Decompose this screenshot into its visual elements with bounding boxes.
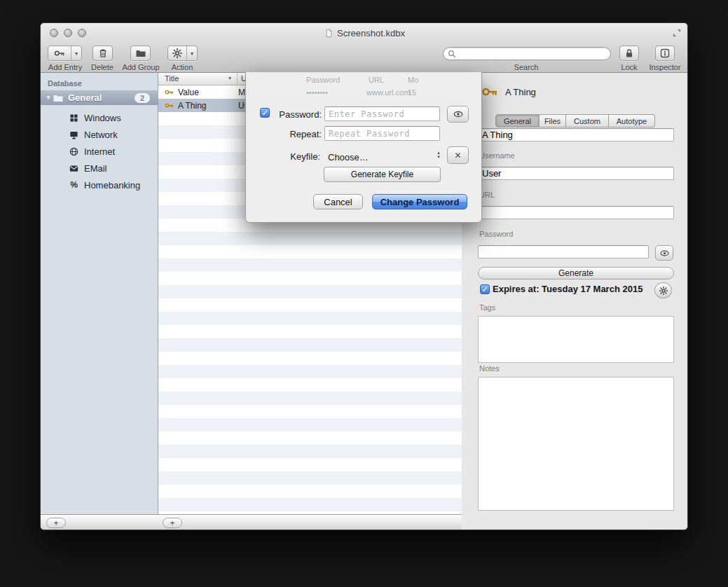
percent-icon: % — [69, 180, 79, 190]
dimmed-column-password: Password — [306, 76, 340, 84]
generate-keyfile-button[interactable]: Generate Keyfile — [324, 167, 441, 182]
entry-key-icon — [481, 83, 498, 100]
username-label: Username — [479, 151, 515, 160]
inspector-panel: A Thing General Files Custom Autotype Us… — [462, 73, 688, 530]
add-group-button[interactable] — [130, 46, 151, 61]
group-sidebar: Database ▼ General 2 Windows Network — [41, 73, 158, 530]
key-icon — [165, 101, 174, 110]
database-section-header: Database — [48, 79, 82, 88]
tab-files[interactable]: Files — [540, 114, 566, 127]
key-icon — [165, 88, 174, 97]
add-group-label: Add Group — [116, 63, 165, 71]
dialog-password-label: Password: — [266, 109, 322, 120]
notes-field[interactable] — [478, 377, 674, 511]
sidebar-item-network[interactable]: Network — [41, 126, 158, 143]
column-divider[interactable] — [237, 73, 238, 85]
sidebar-item-internet[interactable]: Internet — [41, 143, 158, 160]
fullscreen-icon[interactable] — [672, 28, 682, 38]
desktop-background: Screenshot.kdbx ▾ Add Entry Delete Add G… — [0, 0, 728, 587]
keyfile-popup-value: Choose… — [328, 152, 369, 163]
lock-icon — [624, 48, 635, 59]
tags-field[interactable] — [478, 316, 674, 363]
folder-icon — [53, 92, 64, 104]
sidebar-item-email[interactable]: EMail — [41, 160, 158, 177]
dimmed-column-url: URL — [369, 76, 384, 84]
delete-button[interactable] — [92, 46, 113, 61]
search-icon — [447, 49, 457, 59]
lock-button[interactable] — [619, 46, 639, 61]
toolbar: ▾ Add Entry Delete Add Group ▾ Action — [41, 43, 688, 73]
clear-keyfile-button[interactable]: ✕ — [447, 146, 469, 164]
disclosure-triangle-icon[interactable]: ▼ — [46, 95, 53, 101]
dialog-repeat-label: Repeat: — [266, 129, 322, 139]
search-input[interactable] — [459, 48, 606, 59]
search-label: Search — [505, 63, 547, 71]
trash-icon — [97, 48, 109, 59]
tab-general[interactable]: General — [495, 114, 540, 127]
keyfile-popup-button[interactable]: Choose… ▲ ▼ — [324, 149, 442, 165]
expires-settings-button[interactable] — [654, 282, 672, 298]
change-password-dialog: Password URL Mo •••••••• www.url.com 15 … — [245, 72, 482, 223]
expires-checkbox[interactable]: ✓ — [480, 284, 490, 294]
window-chrome: Screenshot.kdbx ▾ Add Entry Delete Add G… — [41, 23, 688, 73]
action-button[interactable]: ▾ — [167, 46, 198, 61]
dimmed-column-modified: Mo — [408, 76, 418, 84]
add-entry-label: Add Entry — [43, 63, 87, 71]
inspector-tabs: General Files Custom Autotype — [495, 114, 655, 127]
network-icon — [69, 130, 79, 140]
window-title: Screenshot.kdbx — [337, 28, 405, 39]
url-field[interactable] — [478, 206, 674, 219]
dimmed-cell-password: •••••••• — [306, 88, 328, 97]
inspector-label: Inspector — [644, 63, 686, 71]
change-password-button[interactable]: Change Password — [372, 194, 467, 209]
new-password-input[interactable] — [324, 106, 440, 121]
repeat-password-input[interactable] — [324, 126, 440, 141]
action-menu-arrow-icon[interactable]: ▾ — [186, 46, 197, 60]
action-label: Action — [161, 63, 203, 71]
group-label: General — [68, 92, 102, 103]
sidebar-item-windows[interactable]: Windows — [41, 109, 158, 126]
key-plus-icon — [54, 48, 65, 59]
sort-descending-icon[interactable]: ▾ — [228, 75, 231, 81]
document-icon — [324, 28, 334, 39]
add-group-plus-button[interactable]: + — [46, 518, 66, 528]
inspector-button[interactable] — [655, 46, 675, 61]
cancel-button[interactable]: Cancel — [313, 194, 363, 209]
tab-autotype[interactable]: Autotype — [609, 114, 655, 127]
sidebar-bottom-bar: + — [41, 514, 158, 530]
dimmed-cell-url: www.url.com — [366, 88, 410, 97]
add-entry-plus-button[interactable]: + — [163, 518, 182, 528]
sidebar-item-homebanking[interactable]: % Homebanking — [41, 177, 158, 193]
titlebar[interactable]: Screenshot.kdbx — [41, 23, 688, 43]
inspector-panel-icon — [659, 48, 671, 59]
column-header-title[interactable]: Title — [165, 74, 179, 83]
title-field[interactable] — [478, 128, 674, 141]
reveal-password-button[interactable] — [655, 245, 673, 261]
close-icon: ✕ — [454, 151, 461, 160]
password-field[interactable] — [478, 245, 649, 258]
folder-plus-icon — [135, 48, 146, 59]
window-title-group: Screenshot.kdbx — [41, 23, 688, 43]
entry-list-bottom-bar: + — [158, 514, 462, 530]
entry-count-badge: 2 — [135, 93, 150, 103]
expires-label: Expires at: Tuesday 17 March 2015 — [493, 284, 643, 294]
tab-custom[interactable]: Custom — [566, 114, 609, 127]
reveal-new-password-button[interactable] — [447, 106, 469, 123]
gear-icon — [172, 48, 183, 59]
popup-stepper-icon: ▲ ▼ — [437, 151, 441, 159]
notes-label: Notes — [479, 364, 500, 373]
windows-icon — [69, 113, 79, 123]
envelope-icon — [69, 163, 79, 174]
globe-icon — [69, 146, 79, 157]
gear-icon — [659, 286, 668, 296]
username-field[interactable] — [478, 167, 674, 180]
search-field-container — [443, 47, 611, 60]
sidebar-group-general[interactable]: ▼ General 2 — [41, 90, 158, 105]
eye-icon — [453, 109, 464, 120]
add-entry-button[interactable]: ▾ — [48, 46, 82, 61]
inspector-entry-title: A Thing — [505, 87, 536, 97]
tags-label: Tags — [479, 303, 495, 312]
eye-icon — [659, 248, 670, 258]
add-entry-menu-arrow-icon[interactable]: ▾ — [71, 46, 81, 60]
generate-password-button[interactable]: Generate — [478, 267, 674, 279]
